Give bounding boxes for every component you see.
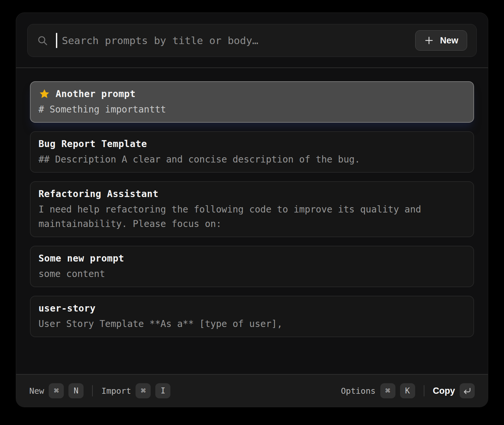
footer-new-label: New: [29, 386, 44, 396]
search-bar: New: [27, 24, 477, 57]
prompt-item-some-new-prompt[interactable]: Some new prompt some content: [30, 246, 474, 287]
new-button-label: New: [440, 36, 458, 46]
prompt-title: Some new prompt: [38, 252, 124, 265]
footer-options-label: Options: [341, 386, 375, 396]
prompt-title: Refactoring Assistant: [38, 187, 159, 201]
prompt-item-refactoring-assistant[interactable]: Refactoring Assistant I need help refact…: [30, 181, 474, 237]
cmd-keycap: ⌘: [49, 383, 64, 398]
return-keycap: [460, 383, 475, 398]
footer-action-import[interactable]: Import ⌘ I: [101, 383, 170, 398]
n-keycap: N: [68, 383, 84, 398]
new-prompt-button[interactable]: New: [415, 30, 467, 51]
prompt-item-bug-report-template[interactable]: Bug Report Template ## Description A cle…: [30, 131, 474, 173]
cmd-keycap: ⌘: [380, 383, 395, 398]
text-cursor: [56, 33, 57, 48]
cmd-keycap: ⌘: [136, 383, 151, 398]
i-keycap: I: [155, 383, 170, 398]
prompt-item-another-prompt[interactable]: Another prompt # Something importanttt: [30, 81, 474, 123]
search-input[interactable]: [62, 35, 411, 46]
k-keycap: K: [400, 383, 415, 398]
plus-icon: [424, 36, 434, 45]
star-icon: [38, 88, 50, 100]
prompt-body: some content: [38, 267, 466, 281]
prompt-item-user-story[interactable]: user-story User Story Template **As a** …: [30, 296, 474, 337]
footer-action-bar: New ⌘ N Import ⌘ I Options ⌘ K Copy: [16, 374, 488, 407]
footer-action-options[interactable]: Options ⌘ K: [341, 383, 415, 398]
prompt-body: User Story Template **As a** [type of us…: [38, 317, 466, 331]
footer-divider: [92, 385, 93, 396]
footer-action-copy[interactable]: Copy: [433, 383, 475, 398]
footer-divider: [424, 385, 424, 396]
prompt-title: Bug Report Template: [38, 137, 147, 151]
prompt-body: I need help refactoring the following co…: [38, 202, 466, 231]
prompt-launcher-window: New Another prompt # Something important…: [16, 12, 488, 407]
prompt-body: # Something importanttt: [38, 102, 466, 117]
search-icon: [37, 35, 48, 46]
footer-action-new[interactable]: New ⌘ N: [29, 383, 84, 398]
prompt-title: user-story: [38, 302, 96, 315]
footer-copy-label: Copy: [433, 386, 455, 396]
footer-import-label: Import: [101, 386, 131, 396]
prompt-body: ## Description A clear and concise descr…: [38, 152, 466, 167]
return-arrow-icon: [463, 387, 471, 395]
prompt-list: Another prompt # Something importanttt B…: [16, 68, 488, 374]
prompt-title: Another prompt: [56, 87, 136, 101]
